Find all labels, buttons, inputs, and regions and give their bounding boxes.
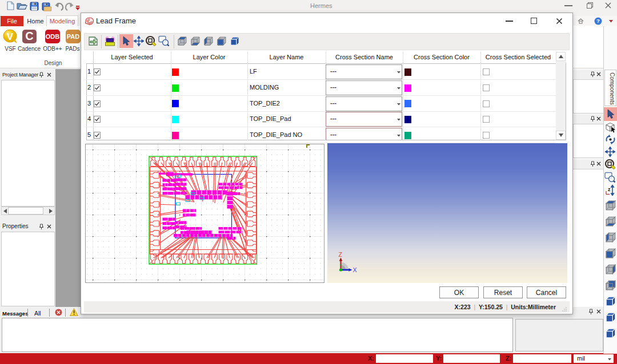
- svg-text:?: ?: [596, 18, 600, 24]
- svg-text:Z: Z: [339, 251, 343, 258]
- svg-text:z: z: [608, 187, 611, 192]
- svg-text:V: V: [7, 31, 14, 42]
- svg-text:X: X: [353, 266, 357, 273]
